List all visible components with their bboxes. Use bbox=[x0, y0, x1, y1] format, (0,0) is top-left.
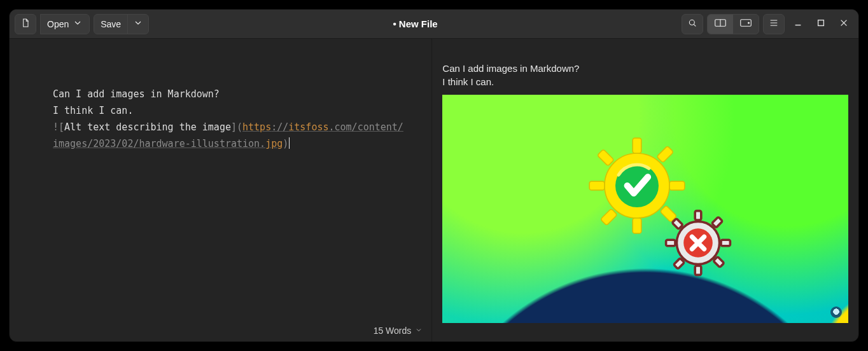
save-button-group: Save bbox=[94, 14, 149, 34]
new-document-button[interactable] bbox=[15, 14, 36, 34]
image-watermark-icon bbox=[830, 306, 842, 318]
open-button[interactable]: Open bbox=[40, 14, 90, 34]
svg-rect-30 bbox=[674, 258, 685, 269]
svg-rect-26 bbox=[721, 240, 730, 246]
md-image-rbracket-lparen: ]( bbox=[231, 121, 242, 133]
url-host: itsfoss bbox=[288, 121, 328, 133]
svg-rect-28 bbox=[713, 257, 724, 268]
md-image-rparen: ) bbox=[283, 138, 288, 149]
svg-rect-17 bbox=[598, 149, 614, 166]
open-button-label: Open bbox=[47, 19, 69, 29]
search-icon bbox=[687, 18, 697, 30]
editor-pane: Can I add images in Markdown? I think I … bbox=[10, 39, 432, 341]
header-right-controls bbox=[682, 14, 853, 34]
side-by-side-icon bbox=[715, 18, 726, 30]
url-sep: :// bbox=[271, 121, 288, 133]
url-scheme: https bbox=[242, 121, 271, 133]
split-panes: Can I add images in Markdown? I think I … bbox=[10, 39, 858, 341]
preview-pane: Can I add images in Markdown? I think I … bbox=[432, 39, 858, 341]
svg-rect-9 bbox=[818, 20, 824, 25]
header-left-controls: Open Save bbox=[15, 14, 149, 34]
preview-paragraph-1: Can I add images in Markdown? bbox=[442, 62, 848, 75]
editor-line-2: I think I can. bbox=[53, 105, 133, 116]
svg-rect-19 bbox=[657, 146, 673, 163]
app-window: Open Save • New File bbox=[9, 9, 859, 342]
svg-rect-15 bbox=[590, 182, 605, 191]
chevron-down-icon bbox=[133, 18, 143, 30]
svg-point-4 bbox=[748, 22, 750, 24]
svg-rect-27 bbox=[672, 219, 683, 230]
save-button[interactable]: Save bbox=[94, 14, 128, 34]
svg-rect-20 bbox=[601, 209, 617, 226]
markdown-editor[interactable]: Can I add images in Markdown? I think I … bbox=[10, 39, 431, 180]
header-bar: Open Save • New File bbox=[10, 10, 858, 39]
md-image-alt: Alt text describing the image bbox=[64, 121, 231, 133]
window-title: • New File bbox=[149, 18, 682, 29]
chevron-down-icon bbox=[415, 326, 423, 336]
view-mode-split[interactable] bbox=[708, 15, 733, 34]
window-maximize-icon bbox=[816, 18, 825, 30]
svg-rect-23 bbox=[695, 211, 701, 220]
md-image-lbracket: [ bbox=[59, 121, 64, 133]
save-button-label: Save bbox=[101, 19, 121, 29]
md-image-bang: ! bbox=[53, 121, 59, 133]
editor-status-bar: 15 Words bbox=[10, 320, 431, 341]
menu-button[interactable] bbox=[763, 14, 785, 34]
editor-line-1: Can I add images in Markdown? bbox=[53, 88, 220, 100]
hamburger-menu-icon bbox=[769, 18, 779, 30]
window-close-button[interactable] bbox=[834, 14, 853, 34]
chevron-down-icon bbox=[73, 18, 83, 30]
word-count[interactable]: 15 Words bbox=[374, 326, 412, 336]
url-ext: jpg bbox=[265, 138, 283, 149]
url-rest-1: .com/content/ bbox=[329, 121, 403, 133]
search-button[interactable] bbox=[682, 14, 703, 34]
window-minimize-icon bbox=[794, 18, 802, 30]
window-maximize-button[interactable] bbox=[811, 14, 830, 34]
svg-rect-16 bbox=[669, 182, 685, 191]
svg-rect-25 bbox=[666, 240, 675, 246]
window-close-icon bbox=[839, 18, 848, 30]
preview-only-icon bbox=[740, 18, 752, 30]
preview-scroll[interactable]: Can I add images in Markdown? I think I … bbox=[432, 39, 858, 341]
svg-point-0 bbox=[689, 20, 694, 25]
text-caret bbox=[289, 137, 290, 149]
preview-paragraph-2: I think I can. bbox=[442, 75, 848, 88]
window-minimize-button[interactable] bbox=[788, 14, 808, 34]
svg-rect-13 bbox=[633, 139, 642, 154]
view-mode-preview[interactable] bbox=[733, 15, 759, 34]
open-button-group: Open bbox=[40, 14, 90, 34]
gear-cross-icon bbox=[660, 205, 736, 281]
preview-image bbox=[442, 95, 848, 323]
url-rest-2: images/2023/02/hardware-illustration. bbox=[53, 138, 265, 149]
svg-rect-24 bbox=[695, 266, 701, 275]
editor-scroll[interactable]: Can I add images in Markdown? I think I … bbox=[10, 39, 431, 320]
svg-rect-14 bbox=[633, 218, 642, 233]
svg-rect-29 bbox=[712, 217, 723, 228]
view-mode-switch bbox=[707, 14, 759, 34]
new-document-icon bbox=[20, 18, 31, 30]
save-options-button[interactable] bbox=[127, 14, 149, 34]
